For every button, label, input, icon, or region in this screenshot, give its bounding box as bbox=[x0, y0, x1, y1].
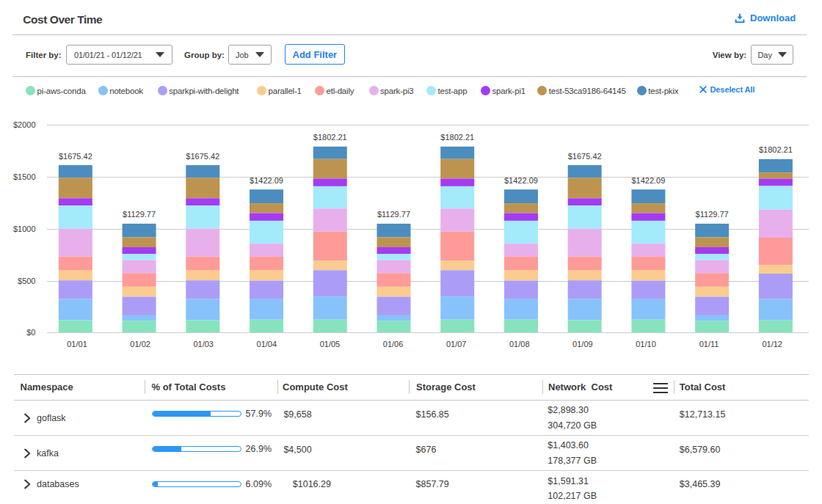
svg-text:$1675.42: $1675.42 bbox=[568, 152, 602, 161]
svg-text:$1675.42: $1675.42 bbox=[186, 152, 219, 161]
svg-text:$1129.77: $1129.77 bbox=[696, 210, 729, 219]
svg-text:$1422.09: $1422.09 bbox=[504, 176, 538, 185]
svg-text:01/12: 01/12 bbox=[762, 340, 782, 348]
svg-text:01/07: 01/07 bbox=[446, 340, 467, 348]
svg-text:$1422.09: $1422.09 bbox=[631, 176, 665, 185]
svg-text:01/08: 01/08 bbox=[509, 340, 530, 348]
svg-text:$0: $0 bbox=[26, 328, 35, 337]
svg-text:01/03: 01/03 bbox=[193, 340, 214, 348]
svg-text:$1802.21: $1802.21 bbox=[759, 145, 793, 154]
svg-text:01/05: 01/05 bbox=[320, 340, 341, 348]
svg-text:01/01: 01/01 bbox=[67, 340, 87, 348]
svg-text:01/06: 01/06 bbox=[383, 340, 404, 348]
svg-text:01/09: 01/09 bbox=[572, 340, 593, 348]
svg-text:01/04: 01/04 bbox=[257, 340, 277, 348]
svg-text:$1802.21: $1802.21 bbox=[440, 133, 474, 142]
svg-text:$1500: $1500 bbox=[13, 172, 36, 181]
svg-text:$1802.21: $1802.21 bbox=[313, 133, 347, 142]
svg-text:01/10: 01/10 bbox=[636, 340, 656, 348]
svg-text:$1422.09: $1422.09 bbox=[250, 176, 283, 185]
svg-text:01/02: 01/02 bbox=[130, 340, 150, 348]
svg-text:$1675.42: $1675.42 bbox=[59, 152, 92, 161]
svg-text:$1000: $1000 bbox=[13, 224, 36, 233]
svg-text:01/11: 01/11 bbox=[699, 340, 719, 348]
svg-text:$500: $500 bbox=[18, 277, 35, 285]
svg-text:$1129.77: $1129.77 bbox=[377, 210, 410, 219]
svg-text:$2000: $2000 bbox=[13, 120, 36, 129]
svg-text:$1129.77: $1129.77 bbox=[123, 210, 156, 219]
